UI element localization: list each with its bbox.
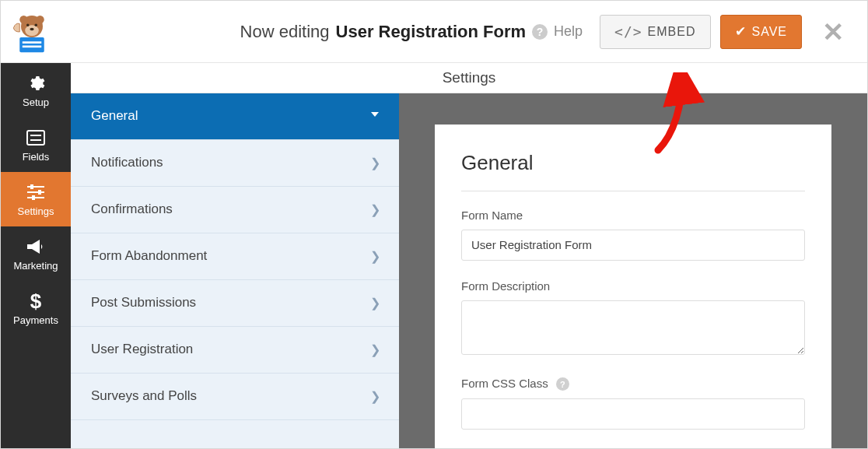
svg-rect-0 (19, 37, 44, 52)
svg-rect-2 (23, 45, 42, 47)
settings-item-general[interactable]: General (71, 93, 399, 140)
form-description-input[interactable] (461, 300, 805, 355)
svg-rect-11 (30, 135, 41, 136)
nav-settings[interactable]: Settings (1, 172, 71, 226)
sidebar-nav: Setup Fields Settings Marketing (1, 63, 71, 448)
nav-fields[interactable]: Fields (1, 118, 71, 172)
settings-item-label: Surveys and Polls (91, 388, 197, 404)
editing-form-name: User Registration Form (336, 22, 527, 42)
svg-point-4 (19, 16, 28, 24)
help-icon[interactable]: ? (556, 377, 569, 391)
top-bar: Now editing User Registration Form ? Hel… (1, 1, 867, 63)
chevron-right-icon: ❯ (370, 342, 380, 357)
dollar-icon: $ (30, 291, 41, 311)
settings-item-label: Form Abandonment (91, 248, 207, 264)
nav-payments[interactable]: $ Payments (1, 281, 71, 335)
settings-item-notifications[interactable]: Notifications ❯ (71, 140, 399, 187)
svg-rect-18 (32, 195, 35, 200)
nav-label: Settings (18, 205, 54, 217)
svg-point-5 (36, 16, 44, 24)
help-link[interactable]: Help (554, 23, 583, 40)
field-form-name: Form Name (461, 209, 805, 261)
settings-item-form-abandonment[interactable]: Form Abandonment ❯ (71, 233, 399, 280)
workspace-right: Settings General Notifications ❯ Confirm (71, 63, 867, 448)
svg-point-7 (26, 23, 30, 26)
check-icon: ✔ (735, 23, 747, 40)
bear-logo-icon (10, 10, 54, 54)
svg-rect-10 (27, 131, 44, 145)
app-window: Now editing User Registration Form ? Hel… (0, 0, 868, 449)
app-logo (1, 1, 63, 63)
settings-item-label: User Registration (91, 342, 193, 357)
form-description-label: Form Description (461, 279, 805, 293)
form-settings-heading: General (461, 151, 805, 191)
svg-rect-16 (30, 184, 33, 189)
svg-rect-1 (23, 41, 42, 44)
chevron-down-icon (369, 109, 380, 123)
body-split: General Notifications ❯ Confirmations ❯ (71, 93, 867, 449)
close-button[interactable]: ✕ (822, 19, 844, 45)
settings-item-label: Notifications (91, 155, 163, 170)
form-name-input[interactable] (461, 230, 805, 261)
save-button[interactable]: ✔ SAVE (720, 15, 803, 49)
preview-area: General Form Name Form Description Form … (399, 93, 867, 449)
chevron-right-icon: ❯ (370, 249, 380, 264)
settings-item-label: Confirmations (91, 202, 173, 217)
workspace: Setup Fields Settings Marketing (1, 63, 867, 448)
chevron-right-icon: ❯ (370, 156, 380, 170)
now-editing-label: Now editing (240, 22, 330, 42)
embed-button-label: EMBED (648, 25, 696, 39)
chevron-right-icon: ❯ (370, 389, 380, 404)
form-name-label: Form Name (461, 209, 805, 222)
settings-item-surveys-polls[interactable]: Surveys and Polls ❯ (71, 374, 399, 420)
settings-item-confirmations[interactable]: Confirmations ❯ (71, 187, 399, 233)
settings-item-label: Post Submissions (91, 295, 196, 310)
page-title: Settings (71, 63, 867, 93)
nav-setup[interactable]: Setup (1, 63, 71, 118)
svg-rect-13 (27, 186, 44, 188)
nav-label: Setup (23, 96, 49, 108)
chevron-right-icon: ❯ (370, 202, 380, 217)
gear-icon (26, 73, 45, 93)
field-form-description: Form Description (461, 279, 805, 358)
list-icon (26, 128, 45, 148)
chevron-right-icon: ❯ (370, 296, 380, 310)
svg-rect-17 (38, 190, 41, 195)
nav-label: Fields (23, 151, 50, 163)
settings-item-user-registration[interactable]: User Registration ❯ (71, 327, 399, 374)
svg-rect-12 (30, 139, 41, 141)
sliders-icon (26, 182, 46, 202)
form-css-class-input[interactable] (461, 398, 805, 430)
code-icon: </> (614, 23, 642, 40)
svg-rect-15 (27, 197, 44, 198)
svg-point-9 (30, 27, 33, 30)
settings-item-post-submissions[interactable]: Post Submissions ❯ (71, 280, 399, 327)
help-icon[interactable]: ? (532, 24, 548, 40)
nav-label: Marketing (13, 260, 58, 272)
nav-marketing[interactable]: Marketing (1, 226, 71, 281)
settings-list[interactable]: General Notifications ❯ Confirmations ❯ (71, 93, 399, 449)
editing-indicator: Now editing User Registration Form ? Hel… (63, 22, 600, 42)
save-button-label: SAVE (752, 25, 788, 39)
field-form-css-class: Form CSS Class ? (461, 377, 805, 430)
form-css-class-label: Form CSS Class ? (461, 377, 805, 391)
svg-rect-14 (27, 191, 44, 193)
settings-item-label: General (91, 108, 138, 124)
svg-point-8 (35, 23, 38, 26)
megaphone-icon (26, 237, 46, 257)
nav-label: Payments (13, 314, 58, 326)
embed-button[interactable]: </> EMBED (600, 15, 710, 49)
form-settings-card: General Form Name Form Description Form … (435, 125, 831, 449)
